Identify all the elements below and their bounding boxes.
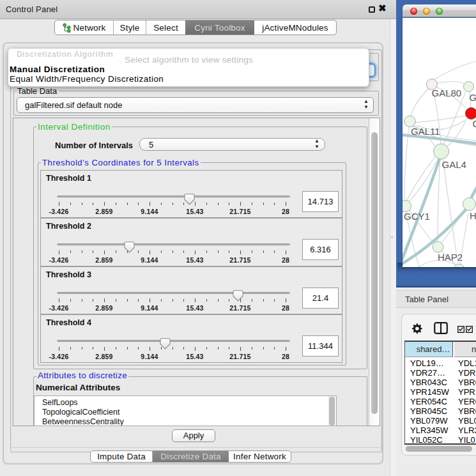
svg-text:C: C bbox=[472, 118, 476, 129]
svg-text:GAL4: GAL4 bbox=[441, 159, 466, 170]
svg-text:H: H bbox=[470, 210, 476, 221]
svg-text:HAP2: HAP2 bbox=[438, 252, 463, 263]
svg-text:GA: GA bbox=[469, 92, 476, 103]
svg-text:GAL80: GAL80 bbox=[431, 88, 461, 98]
svg-text:GCY1: GCY1 bbox=[404, 211, 430, 222]
svg-text:GAL11: GAL11 bbox=[411, 126, 440, 137]
